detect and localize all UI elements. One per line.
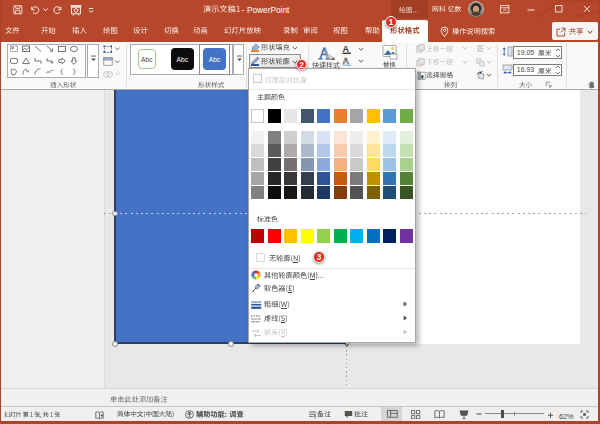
svg-text:A: A bbox=[343, 44, 350, 54]
svg-text:A: A bbox=[343, 56, 350, 66]
